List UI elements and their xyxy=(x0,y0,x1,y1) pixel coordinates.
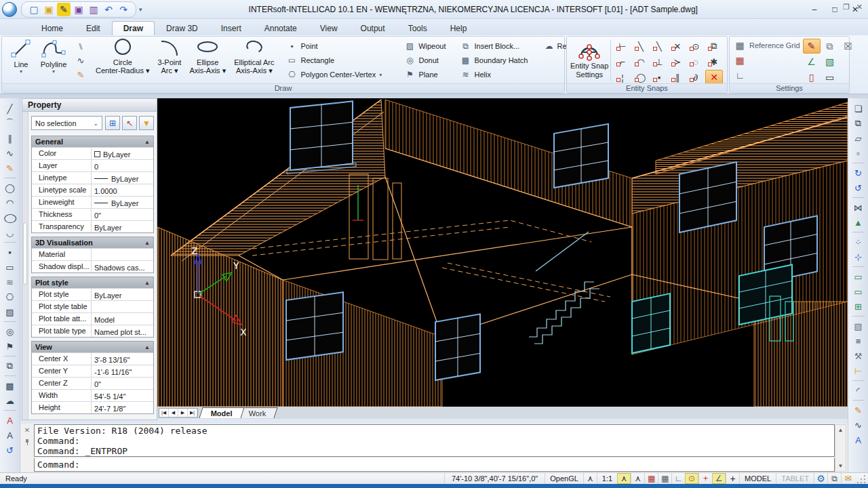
delete-scales-icon[interactable]: ⋏ xyxy=(631,473,644,484)
plane-button[interactable]: ⚑ Plane xyxy=(401,68,454,82)
drawing-viewport[interactable]: Z Y X xyxy=(157,98,848,407)
new-file-icon[interactable]: ▢ xyxy=(27,3,41,16)
separator[interactable] xyxy=(852,163,865,163)
snap-circle-icon[interactable]: ◯ xyxy=(632,70,650,85)
mdi-restore-button[interactable]: ❐ xyxy=(843,3,850,12)
tab-help[interactable]: Help xyxy=(439,21,479,35)
property-value[interactable]: Model xyxy=(92,313,153,325)
visualisation-section-header[interactable]: 3D Visualisation ▲ xyxy=(32,237,153,248)
command-input[interactable]: Command: xyxy=(34,458,835,472)
quick-select-button[interactable]: ↖ xyxy=(122,116,137,130)
three-point-arc-button[interactable]: 3-Point Arc ▾ xyxy=(154,37,186,83)
property-value[interactable]: 0" xyxy=(92,209,153,220)
region-tool[interactable]: ▭ xyxy=(850,269,867,284)
ortho-toggle-icon[interactable]: ∟ xyxy=(671,473,685,484)
edit-text-tool[interactable]: A xyxy=(850,432,867,447)
tab-first-button[interactable]: |◀ xyxy=(159,409,169,417)
donut-tool[interactable]: ◎ xyxy=(2,324,18,339)
property-value[interactable]: ByLayer xyxy=(92,172,153,184)
collapse-icon[interactable]: ▲ xyxy=(144,344,150,350)
model-space-button[interactable]: MODEL xyxy=(739,473,776,484)
snap-apparent-intersection-icon[interactable]: ≻ xyxy=(669,54,686,69)
property-value[interactable]: 1.0000 xyxy=(92,184,153,196)
snap-clear-all-icon[interactable]: ✕ xyxy=(705,70,723,85)
property-value[interactable] xyxy=(92,301,153,312)
edit-polyline-tool[interactable]: ✎ xyxy=(850,403,867,418)
filter-button[interactable]: ▼ xyxy=(139,116,154,130)
resize-grip[interactable] xyxy=(857,474,867,483)
tab-next-button[interactable]: ▶ xyxy=(178,409,188,417)
tab-output[interactable]: Output xyxy=(349,21,397,35)
ortho-button[interactable]: ∟ xyxy=(734,68,800,82)
property-value[interactable]: -1'-6 11/16" xyxy=(92,365,153,377)
wipeout-button[interactable]: ▨ Wipeout xyxy=(401,39,454,53)
layer-states-icon[interactable]: ⧉ xyxy=(821,39,839,54)
select-entities-button[interactable]: ⊞ xyxy=(105,116,120,130)
snap-quick-icon[interactable]: ✱ xyxy=(705,54,723,69)
scroll-up-icon[interactable]: ▲ xyxy=(838,425,844,435)
esnap-toggle-icon[interactable]: + xyxy=(698,473,712,484)
copy-tool[interactable]: ❏ xyxy=(850,101,867,116)
property-value[interactable]: 24'-7 1/8" xyxy=(92,402,153,413)
entity-snap-settings-button[interactable]: Entity Snap Settings xyxy=(570,37,609,83)
dimension-tool[interactable]: ⊢ xyxy=(850,363,867,378)
general-section-header[interactable]: General ▲ xyxy=(32,136,153,147)
stretch-tool[interactable]: ⊹ xyxy=(850,249,867,264)
property-value[interactable]: ByLayer xyxy=(92,289,153,300)
property-value[interactable] xyxy=(92,249,153,260)
no-clip-icon[interactable]: ☒ xyxy=(840,39,857,54)
coords-display[interactable]: 74'-10 3/8",40'-7 15/16",0" xyxy=(444,473,545,484)
insert-block-button[interactable]: ⧉ Insert Block... xyxy=(456,39,538,53)
revision-cloud-tool[interactable]: ☁ xyxy=(2,393,18,408)
property-scrollbar[interactable] xyxy=(22,112,28,420)
polar-toggle-icon[interactable]: ⊙ xyxy=(685,473,698,484)
polyline-tool[interactable]: ⌒ xyxy=(2,116,18,131)
snap-tangent-icon[interactable]: ∂ xyxy=(687,70,705,85)
edit-spline-tool[interactable]: ∿ xyxy=(850,418,867,432)
mirror-tool[interactable]: ⋈ xyxy=(850,200,867,215)
mail-icon[interactable]: ✉ xyxy=(841,473,854,484)
snap-toggle-icon[interactable]: ▦ xyxy=(644,473,658,484)
separator[interactable] xyxy=(852,316,865,317)
boundary-tool[interactable]: ▭ xyxy=(850,284,867,299)
helix-tool[interactable]: ≋ xyxy=(2,274,18,289)
collapse-icon[interactable]: ▲ xyxy=(144,280,150,286)
tab-annotate[interactable]: Annotate xyxy=(253,21,309,35)
snap-corner-icon[interactable]: ⌐ xyxy=(614,54,631,69)
tab-last-button[interactable]: ▶| xyxy=(188,409,197,417)
separator[interactable] xyxy=(852,232,865,232)
circle-center-radius-button[interactable]: Circle Center-Radius ▾ xyxy=(92,37,154,83)
separator[interactable] xyxy=(4,410,16,411)
snap-node-icon[interactable]: ▪ xyxy=(650,70,668,85)
property-value[interactable]: 0 xyxy=(92,160,153,171)
elliptical-arc-axis-axis-button[interactable]: Elliptical Arc Axis-Axis ▾ xyxy=(230,37,278,83)
open-file-icon[interactable]: ▣ xyxy=(42,3,56,16)
layer-isolate-icon[interactable]: ✎ xyxy=(803,39,821,54)
snap-from-icon[interactable]: ¦ xyxy=(614,70,631,85)
command-scrollbar[interactable]: ▲ ▼ xyxy=(835,424,846,472)
marquee-tool[interactable]: ▫ xyxy=(850,146,867,161)
double-line-tool[interactable]: ∥ xyxy=(2,131,18,146)
grid-toggle-icon[interactable]: ▦ xyxy=(658,473,671,484)
plane-tool[interactable]: ⚑ xyxy=(2,339,18,354)
snap-grid-button[interactable]: ▦ xyxy=(734,54,800,67)
line-tool[interactable]: ╱ xyxy=(2,101,18,116)
arc-tool[interactable]: ◠ xyxy=(2,195,18,210)
tab-draw-3d[interactable]: Draw 3D xyxy=(155,21,210,35)
rectangle-tool[interactable]: ▭ xyxy=(2,260,18,274)
separator[interactable] xyxy=(852,197,865,198)
select-nodes-tool[interactable]: ⁘ xyxy=(850,235,867,249)
snap-intersection-icon[interactable]: ✕ xyxy=(669,39,686,54)
separator[interactable] xyxy=(852,380,865,381)
plot-style-section-header[interactable]: Plot style ▲ xyxy=(32,277,153,288)
box-3d-tool[interactable]: ▧ xyxy=(850,319,867,333)
annotation-scale-label[interactable]: 1:1 xyxy=(597,473,617,484)
rectangle-button[interactable]: ▭ Rectangle xyxy=(283,53,398,67)
add-scales-icon[interactable]: ⋏ xyxy=(617,473,631,484)
array-tool[interactable]: ▲ xyxy=(850,215,867,230)
redo-icon[interactable]: ↷ xyxy=(117,3,130,16)
mdi-minimize-button[interactable]: – xyxy=(832,3,836,12)
snap-center-icon[interactable]: ⊙ xyxy=(687,39,705,54)
separator[interactable] xyxy=(4,178,16,178)
scale-tool[interactable]: ≡ xyxy=(850,333,867,348)
